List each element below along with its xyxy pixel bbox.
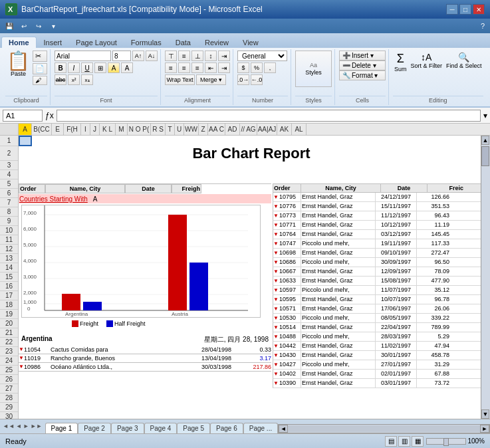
col-header-R[interactable]: R S (151, 124, 166, 135)
decrease-indent-btn[interactable]: ⇤ (205, 62, 217, 73)
sheet-tab-page4[interactable]: Page 4 (144, 423, 178, 433)
indent-btn[interactable]: ⇥ (218, 51, 230, 61)
find-select-button[interactable]: 🔍 Find & Select (445, 51, 483, 74)
tab-next-btn[interactable]: ► (23, 423, 29, 429)
col-header-AL[interactable]: AL (292, 124, 306, 135)
tab-data[interactable]: Data (169, 37, 197, 48)
expand-formula-btn[interactable]: ▾ (483, 111, 487, 120)
fill-color-button[interactable]: A (108, 62, 120, 73)
hscroll-right-btn[interactable]: ► (480, 425, 489, 433)
insert-cells-btn[interactable]: ➕ Insert ▾ (339, 51, 386, 60)
underline-button[interactable]: U (81, 62, 93, 73)
tab-prev-btn[interactable]: ◄ (16, 423, 22, 429)
cut-button[interactable]: ✂ (33, 51, 47, 62)
scroll-thumb[interactable] (481, 146, 489, 166)
text-direction-btn[interactable]: ↕ (205, 51, 217, 61)
col-header-J[interactable]: J (90, 124, 100, 135)
col-header-B[interactable]: B(CC (32, 124, 52, 135)
paste-button[interactable]: 📋 Paste (5, 51, 31, 78)
tab-page-layout[interactable]: Page Layout (69, 37, 124, 48)
tab-formulas[interactable]: Formulas (124, 37, 168, 48)
col-header-N[interactable]: N O P( (128, 124, 151, 135)
scroll-up-btn[interactable]: ▲ (481, 136, 489, 145)
align-top-btn[interactable]: ⊤ (165, 51, 177, 61)
percent-btn[interactable]: % (251, 62, 263, 73)
wrap-text-btn[interactable]: Wrap Text (165, 74, 195, 85)
close-button[interactable]: ✕ (473, 4, 485, 15)
comma-btn[interactable]: , (264, 62, 276, 73)
col-header-F[interactable]: F(H (64, 124, 81, 135)
col-header-AD[interactable]: AD (225, 124, 240, 135)
selected-cell-A1[interactable] (19, 136, 32, 146)
horizontal-scrollbar[interactable]: ◄ ► (278, 424, 490, 433)
align-bottom-btn[interactable]: ⊥ (191, 51, 203, 61)
align-center-btn[interactable]: ≡ (178, 62, 190, 73)
sum-button[interactable]: Σ Sum (393, 51, 408, 74)
col-header-E[interactable]: E (52, 124, 64, 135)
increase-decimal-btn[interactable]: .0→ (237, 74, 249, 85)
col-header-AK[interactable]: AK (277, 124, 292, 135)
tab-view[interactable]: View (236, 37, 265, 48)
col-header-U[interactable]: U (175, 124, 184, 135)
col-header-Z[interactable]: Z (199, 124, 208, 135)
customize-quick-btn[interactable]: ▾ (47, 20, 60, 32)
sort-filter-button[interactable]: ↕A Sort & Filter (410, 51, 444, 74)
font-color-button[interactable]: A (121, 62, 133, 73)
col-header-M[interactable]: M (116, 124, 128, 135)
window-controls[interactable]: ─ □ ✕ (446, 4, 485, 15)
hscroll-left-btn[interactable]: ◄ (279, 425, 288, 433)
font-size-input[interactable] (112, 51, 131, 61)
sheet-tab-page5[interactable]: Page 5 (177, 423, 210, 433)
zoom-slider[interactable] (426, 438, 466, 445)
minimize-button[interactable]: ─ (446, 4, 458, 15)
undo-quick-btn[interactable]: ↩ (17, 20, 31, 32)
function-button[interactable]: ƒx (45, 111, 54, 120)
scroll-down-btn[interactable]: ▼ (481, 409, 489, 419)
col-header-AJ[interactable]: AA|AJ (257, 124, 277, 135)
sheet-tab-more[interactable]: Page ... (243, 423, 278, 433)
align-middle-btn[interactable]: ≡ (178, 51, 190, 61)
sheet-tab-page2[interactable]: Page 2 (78, 423, 111, 433)
vertical-scrollbar[interactable]: ▲ ▼ (481, 136, 490, 419)
strikethrough-btn[interactable]: abc (55, 74, 66, 85)
accounting-btn[interactable]: $ (237, 62, 249, 73)
cell-reference-input[interactable] (3, 110, 43, 122)
format-cells-btn[interactable]: 🔧 Format ▾ (339, 70, 386, 80)
col-header-I[interactable]: I (81, 124, 90, 135)
page-layout-view-btn[interactable]: ▥ (398, 436, 410, 447)
sheet-tab-page3[interactable]: Page 3 (111, 423, 144, 433)
font-name-input[interactable] (55, 51, 111, 61)
italic-button[interactable]: I (68, 62, 80, 73)
col-header-K[interactable]: K L (100, 124, 116, 135)
number-format-select[interactable]: General (237, 51, 287, 61)
decrease-decimal-btn[interactable]: ←.0 (251, 74, 263, 85)
tab-last-btn[interactable]: ►► (31, 423, 43, 429)
increase-font-btn[interactable]: A↑ (132, 51, 144, 61)
formula-input[interactable] (57, 110, 481, 122)
col-header-AA[interactable]: AA C (208, 124, 225, 135)
col-header-W[interactable]: WW (184, 124, 199, 135)
border-button[interactable]: ⊞ (94, 62, 106, 73)
sheet-tab-page1[interactable]: Page 1 (45, 423, 78, 433)
col-header-T[interactable]: T (166, 124, 175, 135)
align-right-btn[interactable]: ≡ (191, 62, 203, 73)
subscript-btn[interactable]: x₂ (81, 74, 93, 85)
col-header-AG[interactable]: // AG (240, 124, 257, 135)
copy-button[interactable]: 📄 (33, 63, 47, 74)
help-btn[interactable]: ? (481, 22, 490, 30)
format-painter-button[interactable]: 🖌 (33, 76, 47, 85)
superscript-btn[interactable]: x² (68, 74, 80, 85)
tab-first-btn[interactable]: ◄◄ (3, 423, 15, 429)
redo-quick-btn[interactable]: ↪ (32, 20, 45, 32)
increase-indent-btn[interactable]: ⇥ (218, 62, 230, 73)
merge-cells-btn[interactable]: Merge ▾ (196, 74, 226, 85)
tab-insert[interactable]: Insert (37, 37, 69, 48)
col-header-A[interactable]: A (19, 124, 32, 135)
delete-cells-btn[interactable]: ➖ Delete ▾ (339, 60, 386, 70)
maximize-button[interactable]: □ (459, 4, 471, 15)
tab-home[interactable]: Home (1, 37, 37, 48)
page-break-view-btn[interactable]: ▦ (412, 436, 424, 447)
sheet-tab-page6[interactable]: Page 6 (210, 423, 243, 433)
bold-button[interactable]: B (55, 62, 66, 73)
align-left-btn[interactable]: ≡ (165, 62, 177, 73)
